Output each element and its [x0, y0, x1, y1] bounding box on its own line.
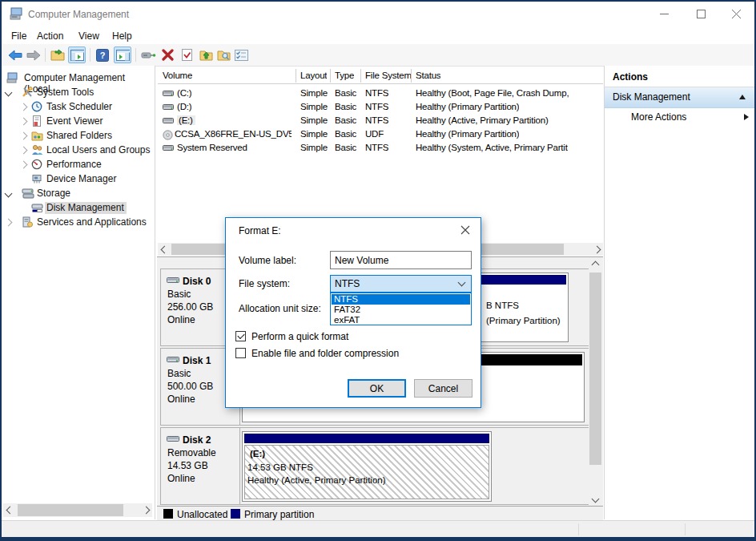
actions-group-disk-management[interactable]: Disk Management [605, 87, 755, 108]
column-divider[interactable] [330, 69, 331, 83]
volume-row-z[interactable]: CCSA_X86FRE_EN-US_DV5 (Z:) Simple Basic … [158, 127, 603, 141]
disk-size: 256.00 GB [167, 301, 213, 313]
menu-action[interactable]: Action [34, 29, 66, 43]
submenu-arrow-icon [744, 114, 749, 120]
legend-primary-partition-label: Primary partition [244, 509, 314, 520]
collapse-group-icon[interactable] [739, 95, 746, 99]
chevron-expanded-icon[interactable] [5, 89, 13, 97]
disk-name: Disk 2 [183, 434, 211, 446]
tree-horizontal-scrollbar[interactable] [3, 503, 152, 517]
status-separator [578, 523, 579, 535]
tree-item-label: Services and Applications [37, 216, 147, 228]
volume-status: Healthy (Primary Partition) [416, 129, 519, 139]
volume-row-system-reserved[interactable]: System Reserved Simple Basic NTFS Health… [158, 141, 603, 155]
tree-item-device-manager[interactable]: Device Manager [2, 172, 154, 186]
column-divider[interactable] [360, 69, 361, 83]
scroll-up-arrow[interactable] [589, 258, 601, 271]
chevron-collapsed-icon[interactable] [20, 161, 28, 169]
volume-row-c[interactable]: (C:) Simple Basic NTFS Healthy (Boot, Pa… [158, 87, 603, 100]
dialog-title: Format E: [239, 225, 281, 236]
delete-button[interactable] [159, 46, 176, 63]
dropdown-option-fat32[interactable]: FAT32 [332, 305, 470, 315]
connect-computer-button[interactable] [139, 46, 157, 63]
volume-label-input[interactable] [330, 251, 472, 269]
minimize-button[interactable] [646, 2, 682, 26]
tree-item-disk-management[interactable]: Disk Management [2, 200, 154, 215]
tree-item-local-users-and-groups[interactable]: Local Users and Groups [2, 143, 154, 157]
file-system-combobox[interactable]: NTFS [330, 275, 472, 293]
scrollbar-thumb[interactable] [589, 273, 601, 465]
tree-item-task-scheduler[interactable]: Task Scheduler [2, 99, 154, 114]
graphical-pane-vertical-scrollbar[interactable] [589, 258, 602, 505]
tree-item-storage[interactable]: Storage [2, 186, 154, 200]
actions-pane: Actions Disk Management More Actions [604, 66, 755, 519]
help-button[interactable]: ? [94, 46, 111, 63]
column-type[interactable]: Type [335, 71, 354, 80]
volume-type: Basic [335, 88, 356, 98]
back-button[interactable] [6, 46, 24, 63]
cancel-button[interactable]: Cancel [414, 379, 472, 398]
volume-row-d[interactable]: (D:) Simple Basic NTFS Healthy (Primary … [158, 100, 603, 114]
tree-item-services-and-applications[interactable]: Services and Applications [2, 215, 154, 229]
disk2-label-cell[interactable]: Disk 2 Removable 14.53 GB Online [161, 428, 240, 504]
disk-volume-icon [163, 89, 174, 98]
disk-volume-icon [163, 103, 174, 111]
explore-button[interactable] [215, 46, 232, 63]
dialog-close-button[interactable] [460, 224, 471, 236]
chevron-collapsed-icon[interactable] [20, 147, 28, 155]
menu-view[interactable]: View [75, 29, 103, 43]
more-actions-item[interactable]: More Actions [605, 108, 755, 126]
column-file-system[interactable]: File System [365, 71, 412, 80]
chevron-collapsed-icon[interactable] [5, 219, 13, 227]
format-dialog: Format E: Volume label: File system: NTF… [225, 217, 481, 408]
file-system-label: File system: [239, 278, 290, 289]
column-status[interactable]: Status [416, 71, 440, 80]
tree-item-event-viewer[interactable]: Event Viewer [2, 114, 154, 128]
column-divider[interactable] [296, 69, 296, 83]
column-volume[interactable]: Volume [163, 71, 192, 80]
tree-item-computer-management[interactable]: Computer Management (Local [2, 71, 154, 85]
tree-item-performance[interactable]: Performance [2, 157, 154, 172]
properties-button[interactable] [178, 46, 195, 63]
volume-status: Healthy (System, Active, Primary Partit [416, 143, 568, 152]
dropdown-option-exfat[interactable]: exFAT [332, 315, 470, 325]
performance-icon [31, 159, 42, 170]
scroll-left-arrow[interactable] [158, 243, 171, 256]
scroll-left-arrow[interactable] [3, 503, 16, 516]
tree-item-label: Device Manager [46, 173, 116, 184]
scrollbar-thumb[interactable] [18, 504, 123, 516]
forward-button[interactable] [25, 46, 42, 63]
export-list-button[interactable] [49, 46, 66, 63]
ok-button[interactable]: OK [348, 379, 406, 398]
disk-state: Online [167, 473, 195, 484]
chevron-expanded-icon[interactable] [5, 190, 13, 198]
allocation-unit-size-label: Allocation unit size: [239, 303, 321, 314]
tree-item-system-tools[interactable]: System Tools [2, 85, 154, 99]
up-folder-button[interactable] [197, 46, 215, 63]
chevron-collapsed-icon[interactable] [20, 132, 28, 140]
column-divider[interactable] [411, 69, 412, 83]
actions-pane-title: Actions [613, 71, 648, 83]
console-tree-icon [70, 50, 84, 61]
compression-checkbox[interactable] [235, 348, 246, 358]
volume-row-e-selected[interactable]: (E:) Simple Basic NTFS Healthy (Active, … [158, 114, 603, 127]
menu-help[interactable]: Help [109, 29, 135, 43]
chevron-collapsed-icon[interactable] [20, 103, 28, 111]
scroll-right-arrow[interactable] [590, 243, 603, 256]
tree-item-shared-folders[interactable]: Shared Folders [2, 128, 154, 143]
close-button[interactable] [718, 2, 754, 26]
customize-view-button[interactable] [232, 46, 250, 63]
dropdown-option-ntfs[interactable]: NTFS [332, 294, 470, 305]
scroll-right-arrow[interactable] [139, 503, 152, 516]
menu-file[interactable]: File [8, 29, 30, 43]
scroll-down-arrow[interactable] [589, 492, 601, 505]
quick-format-checkbox[interactable] [235, 331, 246, 341]
partition-text: (Primary Partition) [486, 316, 561, 325]
disk2-partition-e[interactable]: (E:) 14.53 GB NTFS Healthy (Active, Prim… [242, 431, 492, 502]
chevron-collapsed-icon[interactable] [20, 118, 28, 126]
show-console-tree-button[interactable] [68, 46, 86, 63]
column-layout[interactable]: Layout [300, 71, 327, 80]
console-tree-pane: Computer Management (Local System Tools … [2, 66, 155, 519]
maximize-button[interactable] [683, 2, 719, 26]
show-action-pane-button[interactable] [114, 46, 131, 63]
